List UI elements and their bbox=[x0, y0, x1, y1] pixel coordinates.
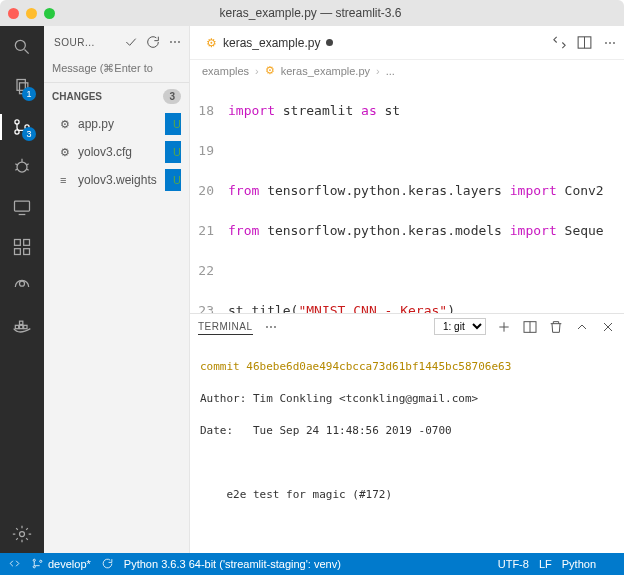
compare-icon[interactable] bbox=[551, 34, 568, 51]
close-window[interactable] bbox=[8, 8, 19, 19]
dirty-dot-icon bbox=[326, 39, 333, 46]
svg-rect-15 bbox=[15, 240, 21, 246]
more-icon[interactable]: ⋯ bbox=[263, 319, 279, 335]
split-editor-icon[interactable] bbox=[576, 34, 593, 51]
tab-keras-example[interactable]: ⚙ keras_example.py bbox=[196, 26, 343, 59]
changes-label: CHANGES bbox=[52, 91, 102, 102]
minimize-window[interactable] bbox=[26, 8, 37, 19]
extensions-icon[interactable] bbox=[11, 236, 33, 258]
panel-tab-terminal[interactable]: TERMINAL bbox=[198, 319, 253, 335]
code-editor[interactable]: 18import streamlit as st 19 20from tenso… bbox=[190, 81, 624, 313]
svg-rect-20 bbox=[15, 325, 18, 328]
commit-message-input[interactable] bbox=[52, 58, 181, 78]
terminal-line: Author: Tim Conkling <tconkling@gmail.co… bbox=[200, 391, 614, 407]
language-status[interactable]: Python bbox=[562, 558, 596, 570]
plus-icon[interactable] bbox=[496, 319, 512, 335]
sidebar-header: SOUR... ⋯ bbox=[44, 26, 189, 54]
breadcrumb-item[interactable]: examples bbox=[202, 65, 249, 77]
file-status: U bbox=[165, 169, 181, 191]
explorer-icon[interactable]: 1 bbox=[11, 76, 33, 98]
svg-point-35 bbox=[40, 560, 42, 562]
status-bar: develop* Python 3.6.3 64-bit ('streamlit… bbox=[0, 553, 624, 575]
terminal-output[interactable]: commit 46bebe6d0ae494cbcca73d61bf1445bc5… bbox=[190, 339, 624, 553]
activity-bar: 1 3 bbox=[0, 26, 44, 553]
scm-icon[interactable]: 3 bbox=[11, 116, 33, 138]
remote-icon bbox=[8, 557, 21, 572]
line-number: 21 bbox=[196, 221, 228, 241]
search-icon[interactable] bbox=[11, 36, 33, 58]
svg-rect-21 bbox=[20, 325, 23, 328]
breadcrumb-item[interactable]: ... bbox=[386, 65, 395, 77]
sidebar-title: SOUR... bbox=[54, 37, 117, 48]
split-terminal-icon[interactable] bbox=[522, 319, 538, 335]
sync-icon bbox=[101, 557, 114, 572]
line-number: 19 bbox=[196, 141, 228, 161]
file-name: yolov3.cfg bbox=[78, 145, 165, 159]
terminal-line: commit 46bebe6d0ae494cbcca73d61bf1445bc5… bbox=[200, 359, 614, 375]
more-icon[interactable]: ⋯ bbox=[167, 34, 183, 50]
sync-status[interactable] bbox=[101, 557, 114, 572]
editor-area: ⚙ keras_example.py ⋯ examples › ⚙ keras_… bbox=[190, 26, 624, 553]
encoding-status[interactable]: UTF-8 bbox=[498, 558, 529, 570]
changes-section: CHANGES 3 ⚙ app.py U ⚙ yolov3.cfg U ≡ yo… bbox=[44, 82, 189, 194]
branch-icon bbox=[31, 557, 44, 572]
branch-status[interactable]: develop* bbox=[31, 557, 91, 572]
chevron-up-icon[interactable] bbox=[574, 319, 590, 335]
window-title: keras_example.py — streamlit-3.6 bbox=[62, 6, 559, 20]
file-status: U bbox=[165, 113, 181, 135]
sidebar: SOUR... ⋯ CHANGES 3 ⚙ app.py U ⚙ yolov3.… bbox=[44, 26, 190, 553]
breadcrumb[interactable]: examples › ⚙ keras_example.py › ... bbox=[190, 60, 624, 81]
docker-icon[interactable] bbox=[11, 316, 33, 338]
python-file-icon: ⚙ bbox=[206, 36, 217, 50]
check-icon[interactable] bbox=[123, 34, 139, 50]
svg-rect-22 bbox=[24, 325, 27, 328]
branch-name: develop* bbox=[48, 558, 91, 570]
maximize-window[interactable] bbox=[44, 8, 55, 19]
liveshare-icon[interactable] bbox=[11, 276, 33, 298]
list-item[interactable]: ≡ yolov3.weights U bbox=[44, 166, 189, 194]
gear-icon: ⚙ bbox=[60, 118, 74, 131]
settings-icon[interactable] bbox=[11, 523, 33, 545]
line-number: 18 bbox=[196, 101, 228, 121]
python-file-icon: ⚙ bbox=[265, 64, 275, 77]
line-number: 23 bbox=[196, 301, 228, 313]
editor-tabs: ⚙ keras_example.py ⋯ bbox=[190, 26, 624, 60]
svg-point-4 bbox=[15, 120, 19, 124]
changes-count: 3 bbox=[163, 89, 181, 104]
svg-rect-16 bbox=[24, 240, 30, 246]
list-item[interactable]: ⚙ app.py U bbox=[44, 110, 189, 138]
list-item[interactable]: ⚙ yolov3.cfg U bbox=[44, 138, 189, 166]
file-name: app.py bbox=[78, 117, 165, 131]
svg-point-19 bbox=[20, 281, 25, 286]
remote-icon[interactable] bbox=[11, 196, 33, 218]
remote-status[interactable] bbox=[8, 557, 21, 572]
tab-label: keras_example.py bbox=[223, 36, 320, 50]
svg-point-7 bbox=[17, 162, 27, 172]
debug-icon[interactable] bbox=[11, 156, 33, 178]
svg-point-24 bbox=[20, 532, 25, 537]
panel-header: TERMINAL ⋯ 1: git bbox=[190, 314, 624, 339]
svg-rect-13 bbox=[15, 201, 30, 211]
file-icon: ≡ bbox=[60, 174, 74, 186]
window-controls bbox=[8, 8, 55, 19]
svg-point-0 bbox=[15, 40, 25, 50]
svg-rect-17 bbox=[15, 249, 21, 255]
file-name: yolov3.weights bbox=[78, 173, 165, 187]
terminal-line: e2e test for magic (#172) bbox=[200, 487, 614, 503]
changes-header[interactable]: CHANGES 3 bbox=[44, 83, 189, 110]
trash-icon[interactable] bbox=[548, 319, 564, 335]
svg-line-1 bbox=[25, 50, 29, 54]
panel: TERMINAL ⋯ 1: git commit 46bebe6d0ae494c… bbox=[190, 313, 624, 553]
refresh-icon[interactable] bbox=[145, 34, 161, 50]
terminal-line: Date: Tue Sep 24 11:48:56 2019 -0700 bbox=[200, 423, 614, 439]
chevron-right-icon: › bbox=[376, 65, 380, 77]
terminal-selector[interactable]: 1: git bbox=[434, 318, 486, 335]
close-icon[interactable] bbox=[600, 319, 616, 335]
eol-status[interactable]: LF bbox=[539, 558, 552, 570]
python-status[interactable]: Python 3.6.3 64-bit ('streamlit-staging'… bbox=[124, 558, 341, 570]
breadcrumb-item[interactable]: keras_example.py bbox=[281, 65, 370, 77]
explorer-badge: 1 bbox=[22, 87, 36, 101]
commit-message-box[interactable] bbox=[52, 58, 181, 78]
gear-icon: ⚙ bbox=[60, 146, 74, 159]
more-icon[interactable]: ⋯ bbox=[601, 34, 618, 51]
